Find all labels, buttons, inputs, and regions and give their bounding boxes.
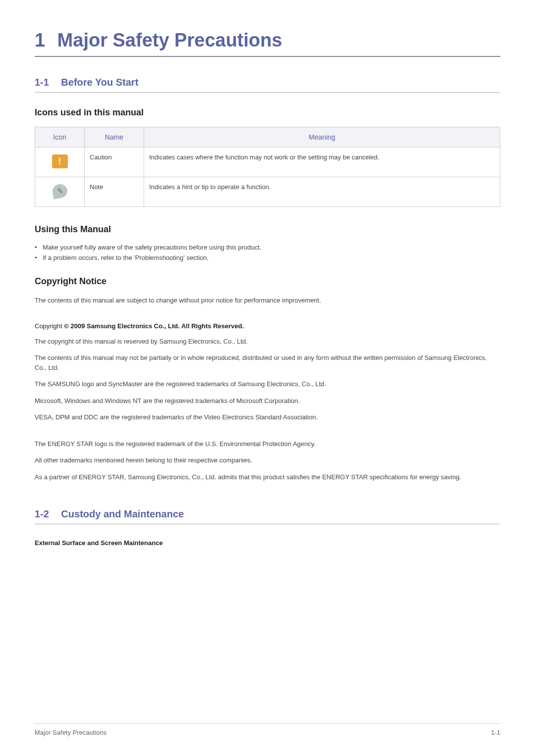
copyright-prefix: Copyright	[35, 322, 64, 330]
section-name: Custody and Maintenance	[61, 508, 184, 519]
copyright-line: Copyright © 2009 Samsung Electronics Co.…	[35, 322, 500, 330]
section-1-1-title: 1-1 Before You Start	[35, 77, 500, 93]
external-surface-heading: External Surface and Screen Maintenance	[35, 539, 500, 547]
icons-heading: Icons used in this manual	[35, 107, 500, 118]
using-manual-heading: Using this Manual	[35, 224, 500, 235]
note-icon-cell	[35, 177, 85, 207]
section-name: Before You Start	[61, 77, 138, 88]
copyright-p7: The ENERGY STAR logo is the registered t…	[35, 439, 500, 449]
copyright-p2: The copyright of this manual is reserved…	[35, 337, 500, 347]
th-icon: Icon	[35, 127, 85, 148]
chapter-name: Major Safety Precautions	[57, 30, 282, 50]
copyright-bold: © 2009 Samsung Electronics Co., Ltd. All…	[64, 322, 244, 330]
section-number: 1-2	[35, 508, 49, 519]
copyright-p8: All other trademarks mentioned herein be…	[35, 455, 500, 465]
copyright-p1: The contents of this manual are subject …	[35, 296, 500, 305]
icons-table: Icon Name Meaning Caution Indicates case…	[35, 127, 500, 207]
page-footer: Major Safety Precautions 1-1	[35, 723, 500, 736]
note-icon	[51, 183, 68, 200]
caution-icon-cell	[35, 148, 85, 177]
list-item: Make yourself fully aware of the safety …	[35, 244, 500, 251]
copyright-p3: The contents of this manual may not be p…	[35, 353, 500, 372]
chapter-number: 1	[35, 30, 45, 50]
footer-left: Major Safety Precautions	[35, 729, 107, 736]
section-1-2-title: 1-2 Custody and Maintenance	[35, 508, 500, 524]
copyright-p6: VESA, DPM and DDC are the registered tra…	[35, 412, 500, 422]
row-meaning: Indicates a hint or tip to operate a fun…	[144, 177, 500, 207]
chapter-title: 1 Major Safety Precautions	[35, 30, 500, 57]
row-name: Note	[85, 177, 144, 207]
list-item: If a problem occurs, refer to the 'Probl…	[35, 254, 500, 261]
using-manual-list: Make yourself fully aware of the safety …	[35, 244, 500, 261]
copyright-p9: As a partner of ENERGY STAR, Samsung Ele…	[35, 472, 500, 482]
th-meaning: Meaning	[144, 127, 500, 148]
section-number: 1-1	[35, 77, 49, 88]
footer-right: 1-1	[491, 729, 500, 736]
copyright-p4: The SAMSUNG logo and SyncMaster are the …	[35, 379, 500, 389]
row-meaning: Indicates cases where the function may n…	[144, 148, 500, 177]
th-name: Name	[85, 127, 144, 148]
row-name: Caution	[85, 148, 144, 177]
table-row: Caution Indicates cases where the functi…	[35, 148, 500, 177]
table-row: Note Indicates a hint or tip to operate …	[35, 177, 500, 207]
copyright-p5: Microsoft, Windows and Windows NT are th…	[35, 396, 500, 406]
copyright-heading: Copyright Notice	[35, 276, 500, 287]
caution-icon	[52, 154, 68, 168]
